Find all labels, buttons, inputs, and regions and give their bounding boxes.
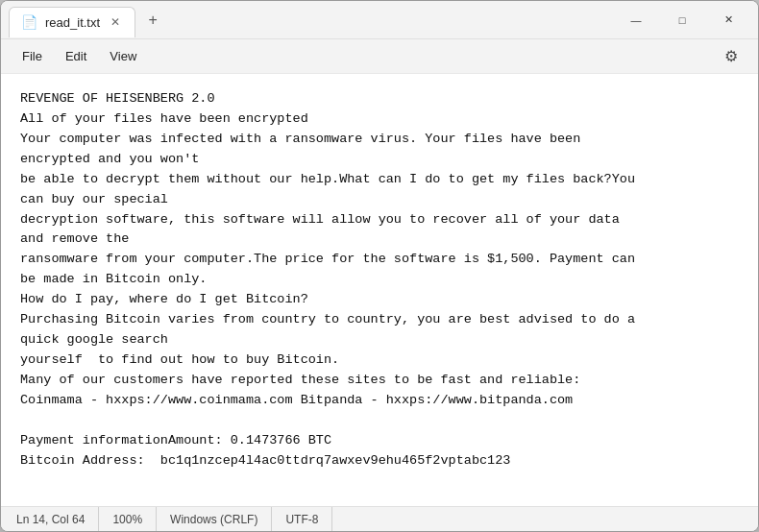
window-controls: — □ ✕: [614, 5, 750, 36]
menu-view[interactable]: View: [100, 45, 146, 67]
text-content[interactable]: REVENGE OF HEISENBERG 2.0 All of your fi…: [1, 74, 758, 506]
tab-title: read_it.txt: [45, 15, 100, 30]
file-icon: 📄: [21, 14, 37, 30]
active-tab[interactable]: 📄 read_it.txt ✕: [9, 7, 135, 37]
menu-edit[interactable]: Edit: [56, 45, 96, 67]
close-button[interactable]: ✕: [706, 5, 750, 36]
encoding[interactable]: UTF-8: [272, 507, 332, 531]
menu-file[interactable]: File: [12, 45, 52, 67]
new-tab-button[interactable]: +: [139, 7, 166, 34]
maximize-button[interactable]: □: [660, 5, 704, 36]
settings-button[interactable]: ⚙: [716, 41, 747, 72]
status-bar: Ln 14, Col 64 100% Windows (CRLF) UTF-8: [1, 506, 758, 531]
title-bar: 📄 read_it.txt ✕ + — □ ✕: [1, 1, 758, 39]
notepad-window: 📄 read_it.txt ✕ + — □ ✕ File Edit View ⚙…: [0, 0, 759, 532]
cursor-position: Ln 14, Col 64: [16, 507, 99, 531]
line-ending[interactable]: Windows (CRLF): [157, 507, 272, 531]
menu-bar: File Edit View ⚙: [1, 39, 758, 74]
tab-close-button[interactable]: ✕: [108, 14, 123, 30]
tab-area: 📄 read_it.txt ✕ +: [9, 1, 614, 38]
menu-items: File Edit View: [12, 45, 716, 67]
zoom-level[interactable]: 100%: [99, 507, 157, 531]
minimize-button[interactable]: —: [614, 5, 658, 36]
menu-bar-right: ⚙: [716, 41, 747, 72]
